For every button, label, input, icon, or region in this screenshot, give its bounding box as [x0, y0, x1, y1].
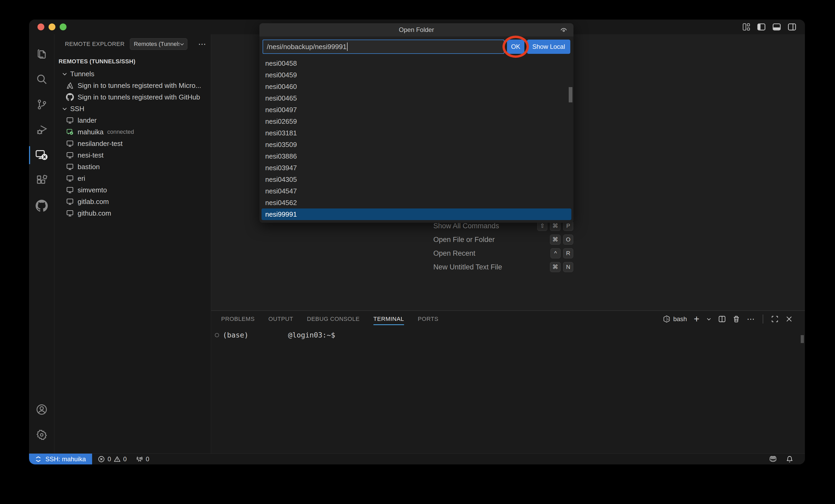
tab-problems[interactable]: PROBLEMS	[221, 311, 255, 327]
extensions-icon[interactable]	[29, 168, 54, 193]
tree-item-signin-github[interactable]: Sign in to tunnels registered with GitHu…	[54, 91, 211, 103]
copilot-icon[interactable]	[769, 455, 777, 463]
tab-terminal[interactable]: TERMINAL	[373, 311, 404, 327]
chevron-down-icon	[62, 106, 67, 112]
notifications-bell-icon[interactable]	[786, 456, 793, 463]
kill-terminal-trash-icon[interactable]	[733, 315, 740, 323]
github-icon[interactable]	[29, 193, 54, 219]
zoom-window-button[interactable]	[60, 23, 66, 31]
github-icon	[66, 93, 74, 101]
radio-tower-icon	[136, 456, 143, 463]
folder-option[interactable]: nesi00465	[262, 92, 571, 104]
command-decoration-icon	[215, 333, 219, 337]
tab-output[interactable]: OUTPUT	[268, 311, 293, 327]
tree-item-host[interactable]: bastion	[54, 161, 211, 173]
panel-more-actions-icon[interactable]: ⋯	[747, 315, 755, 323]
problems-indicator[interactable]: 0 0	[98, 456, 127, 463]
remote-explorer-icon[interactable]	[29, 142, 54, 168]
terminal-content[interactable]: (base)@login03:~$	[211, 331, 805, 339]
tree-item-host[interactable]: github.com	[54, 207, 211, 219]
tab-ports[interactable]: PORTS	[418, 311, 439, 327]
terminal-scrollbar-thumb[interactable]	[801, 335, 804, 343]
folder-option[interactable]: nesi03947	[262, 162, 571, 174]
vm-connected-icon	[66, 128, 74, 136]
customize-layout-icon[interactable]	[742, 23, 750, 31]
section-header[interactable]: REMOTES (TUNNELS/SSH)	[54, 54, 211, 68]
tree-item-host-connected[interactable]: mahuika connected	[54, 126, 211, 138]
dialog-title: Open Folder	[399, 26, 434, 34]
folder-option[interactable]: nesi04562	[262, 197, 571, 208]
tab-debug-console[interactable]: DEBUG CONSOLE	[307, 311, 360, 327]
activity-bar	[29, 34, 54, 453]
folder-option[interactable]: nesi04305	[262, 174, 571, 185]
vm-icon	[66, 209, 74, 217]
keycap: ⌘	[550, 262, 561, 272]
settings-gear-icon[interactable]	[29, 422, 54, 447]
ok-button[interactable]: OK	[507, 40, 524, 54]
remote-icon	[35, 456, 42, 463]
warnings-icon	[114, 456, 121, 463]
bottom-panel: PROBLEMS OUTPUT DEBUG CONSOLE TERMINAL P…	[211, 310, 805, 453]
toggle-panel-icon[interactable]	[773, 23, 781, 31]
vm-icon	[66, 198, 74, 205]
tree-item-ssh[interactable]: SSH	[54, 103, 211, 115]
tree-item-host[interactable]: gitlab.com	[54, 196, 211, 207]
split-terminal-icon[interactable]	[718, 315, 726, 323]
terminal-shell-entry[interactable]: $ bash	[663, 315, 687, 323]
azure-icon	[66, 82, 74, 89]
vm-icon	[66, 186, 74, 194]
close-window-button[interactable]	[38, 23, 44, 31]
accounts-icon[interactable]	[29, 397, 54, 422]
visibility-icon[interactable]	[560, 26, 568, 34]
folder-option[interactable]: nesi00460	[262, 81, 571, 92]
chevron-down-icon	[180, 41, 184, 47]
more-actions-icon[interactable]: ⋯	[198, 40, 206, 48]
run-debug-icon[interactable]	[29, 117, 54, 142]
text-caret	[347, 42, 348, 51]
welcome-shortcuts: Show All Commands ⇧ ⌘ P Open File or Fol…	[433, 219, 573, 274]
vm-icon	[66, 116, 74, 124]
new-terminal-icon[interactable]: +	[694, 314, 699, 324]
folder-option-selected[interactable]: nesi99991	[262, 208, 571, 220]
vm-icon	[66, 163, 74, 171]
tree-item-host[interactable]: simvemto	[54, 184, 211, 196]
folder-option[interactable]: nesi00497	[262, 104, 571, 116]
tree-item-host[interactable]: lander	[54, 115, 211, 126]
dialog-scrollbar-thumb[interactable]	[569, 87, 572, 102]
remote-indicator[interactable]: SSH: mahuika	[29, 453, 92, 464]
remote-explorer-sidebar: REMOTE EXPLORER Remotes (Tunnels ⋯ REMOT…	[54, 34, 211, 453]
tree-item-signin-microsoft[interactable]: Sign in to tunnels registered with Micro…	[54, 80, 211, 91]
tree-item-host[interactable]: eri	[54, 173, 211, 184]
keycap: R	[563, 248, 573, 258]
remote-view-selector[interactable]: Remotes (Tunnels	[130, 38, 187, 50]
shortcut-row: Open Recent ^ R	[433, 246, 573, 260]
folder-path-input[interactable]: /nesi/nobackup/nesi99991	[263, 40, 504, 54]
search-icon[interactable]	[29, 66, 54, 92]
folder-option[interactable]: nesi03509	[262, 139, 571, 150]
folder-suggestion-list: nesi00458 nesi00459 nesi00460 nesi00465 …	[260, 56, 573, 223]
folder-option[interactable]: nesi03181	[262, 127, 571, 139]
terminal-bash-icon: $	[663, 315, 671, 323]
minimize-window-button[interactable]	[48, 23, 56, 31]
tree-item-host[interactable]: nesi-test	[54, 149, 211, 161]
folder-option[interactable]: nesi00459	[262, 69, 571, 81]
sidebar-title: REMOTE EXPLORER	[65, 41, 125, 47]
keycap: ^	[550, 248, 561, 258]
tree-item-host[interactable]: nesilander-test	[54, 138, 211, 149]
dialog-titlebar[interactable]: Open Folder	[260, 23, 573, 36]
folder-option[interactable]: nesi02659	[262, 116, 571, 127]
toggle-primary-sidebar-icon[interactable]	[757, 23, 765, 31]
explorer-icon[interactable]	[29, 41, 54, 66]
ports-indicator[interactable]: 0	[136, 456, 149, 463]
show-local-button[interactable]: Show Local	[527, 40, 570, 54]
folder-option[interactable]: nesi03886	[262, 150, 571, 162]
maximize-panel-icon[interactable]	[771, 315, 778, 323]
keycap: ⌘	[550, 235, 561, 245]
folder-option[interactable]: nesi04547	[262, 185, 571, 197]
terminal-dropdown-chevron-icon[interactable]	[706, 316, 712, 322]
folder-option[interactable]: nesi00458	[262, 58, 571, 69]
toggle-secondary-sidebar-icon[interactable]	[788, 23, 796, 31]
source-control-icon[interactable]	[29, 92, 54, 117]
close-panel-icon[interactable]	[786, 315, 793, 323]
tree-item-tunnels[interactable]: Tunnels	[54, 68, 211, 80]
